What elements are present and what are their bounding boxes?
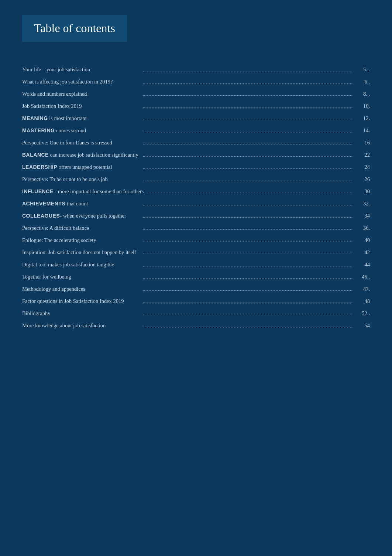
toc-label: More knowledge about job satisfaction (22, 323, 140, 329)
toc-dots (143, 132, 352, 132)
toc-label: Digital tool makes job satisfaction tang… (22, 262, 140, 268)
toc-entry[interactable]: More knowledge about job satisfaction54 (22, 320, 370, 331)
toc-dots (143, 205, 352, 205)
toc-page-number: 46.. (355, 274, 370, 280)
toc-page-number: 14. (355, 127, 370, 134)
toc-page-number: 24 (355, 164, 370, 170)
toc-label: Together for wellbeing (22, 274, 140, 280)
toc-label: INFLUENCE - more important for some than… (22, 188, 144, 195)
toc-label: MEANING is most important (22, 115, 140, 122)
toc-dots (143, 120, 352, 120)
toc-dots (143, 303, 352, 303)
toc-label-normal: is most important (48, 115, 87, 121)
toc-page-number: 36. (355, 225, 370, 231)
toc-label-bold: MEANING (22, 115, 48, 121)
toc-label: LEADERSHIP offers untapped potential (22, 164, 140, 170)
toc-dots (147, 193, 352, 193)
toc-dots (143, 278, 352, 279)
toc-entry[interactable]: INFLUENCE - more important for some than… (22, 186, 370, 197)
toc-page-number: 16 (355, 140, 370, 146)
toc-entry[interactable]: Job Satisfaction Index 201910. (22, 100, 370, 112)
toc-entry[interactable]: COLLEAGUES- when everyone pulls together… (22, 210, 370, 222)
toc-dots (143, 290, 352, 291)
toc-label-bold: LEADERSHIP (22, 164, 57, 170)
toc-page-number: 10. (355, 103, 370, 109)
toc-label: Perspective: One in four Danes is stress… (22, 140, 140, 146)
toc-label-bold: COLLEAGUES (22, 213, 60, 219)
toc-entry[interactable]: MEANING is most important12. (22, 113, 370, 124)
toc-entry[interactable]: Methodology and appendices47. (22, 283, 370, 295)
toc-dots (143, 327, 352, 327)
toc-dots (143, 242, 352, 242)
toc-entry[interactable]: BALANCE can increase job satisfaction si… (22, 149, 370, 161)
toc-page-number: 44 (355, 262, 370, 268)
toc-label: ACHIEVEMENTS that count (22, 201, 140, 207)
toc-entry[interactable]: Your life – your job satisfaction5... (22, 64, 370, 75)
toc-dots (143, 108, 352, 108)
toc-entry[interactable]: Words and numbers explained8... (22, 88, 370, 100)
toc-page-number: 5... (355, 66, 370, 73)
toc-label-normal: can increase job satisfaction significan… (49, 152, 138, 158)
toc-label: BALANCE can increase job satisfaction si… (22, 152, 140, 158)
toc-label-normal: - more important for some than for other… (54, 188, 144, 194)
toc-label: COLLEAGUES- when everyone pulls together (22, 213, 140, 219)
toc-label: Perspective: A difficult balance (22, 225, 140, 231)
toc-label: Factor questions in Job Satisfaction Ind… (22, 298, 140, 304)
toc-dots (143, 168, 352, 169)
toc-entry[interactable]: MASTERING comes second14. (22, 125, 370, 136)
toc-entry[interactable]: Digital tool makes job satisfaction tang… (22, 259, 370, 270)
toc-page-number: 8... (355, 91, 370, 97)
toc-dots (143, 156, 352, 157)
toc-entry[interactable]: LEADERSHIP offers untapped potential24 (22, 161, 370, 173)
toc-label: Bibliography (22, 310, 140, 317)
toc-entry[interactable]: Perspective: One in four Danes is stress… (22, 137, 370, 149)
toc-page-number: 22 (355, 152, 370, 158)
toc-label: Epilogue: The accelerating society (22, 237, 140, 243)
toc-list: Your life – your job satisfaction5...Wha… (22, 64, 370, 331)
toc-page-number: 34 (355, 213, 370, 219)
page-title: Table of contents (34, 21, 115, 35)
toc-dots (143, 229, 352, 230)
toc-label: Your life – your job satisfaction (22, 66, 140, 73)
toc-label-normal: that count (65, 201, 88, 207)
toc-dots (143, 144, 352, 144)
toc-label: Inspiration: Job satisfaction does not h… (22, 249, 140, 256)
toc-label: Methodology and appendices (22, 286, 140, 292)
toc-entry[interactable]: Together for wellbeing46.. (22, 271, 370, 283)
toc-label-bold: ACHIEVEMENTS (22, 201, 65, 207)
toc-label: MASTERING comes second (22, 127, 140, 134)
toc-dots (143, 95, 352, 96)
toc-page-number: 52.. (355, 310, 370, 317)
toc-label-bold: MASTERING (22, 127, 55, 133)
toc-label-normal: offers untapped potential (57, 164, 112, 170)
toc-entry[interactable]: Bibliography52.. (22, 308, 370, 319)
toc-page-number: 54 (355, 323, 370, 329)
toc-dots (143, 254, 352, 254)
toc-label: Perspective: To be or not to be one's jo… (22, 176, 140, 183)
toc-entry[interactable]: Inspiration: Job satisfaction does not h… (22, 247, 370, 258)
toc-label-bold: BALANCE (22, 152, 49, 158)
toc-label: Job Satisfaction Index 2019 (22, 103, 140, 109)
toc-entry[interactable]: Perspective: To be or not to be one's jo… (22, 174, 370, 185)
toc-dots (143, 266, 352, 266)
toc-entry[interactable]: Perspective: A difficult balance36. (22, 222, 370, 234)
toc-dots (143, 315, 352, 315)
toc-entry[interactable]: ACHIEVEMENTS that count32. (22, 198, 370, 209)
toc-label: What is affecting job satisfaction in 20… (22, 79, 140, 85)
toc-dots (143, 181, 352, 181)
toc-label-bold: INFLUENCE (22, 188, 54, 194)
toc-entry[interactable]: Epilogue: The accelerating society40 (22, 235, 370, 246)
toc-page-number: 12. (355, 115, 370, 122)
toc-label-normal: - when everyone pulls together (60, 213, 126, 219)
toc-entry[interactable]: Factor questions in Job Satisfaction Ind… (22, 296, 370, 307)
page-container: Table of contents Your life – your job s… (0, 0, 392, 556)
toc-page-number: 6.. (355, 79, 370, 85)
toc-entry[interactable]: What is affecting job satisfaction in 20… (22, 76, 370, 88)
toc-dots (143, 71, 352, 71)
toc-page-number: 32. (355, 201, 370, 207)
toc-page-number: 42 (355, 249, 370, 256)
toc-page-number: 30 (355, 188, 370, 195)
toc-label: Words and numbers explained (22, 91, 140, 97)
toc-label-normal: comes second (55, 127, 86, 133)
title-bar: Table of contents (22, 15, 127, 42)
